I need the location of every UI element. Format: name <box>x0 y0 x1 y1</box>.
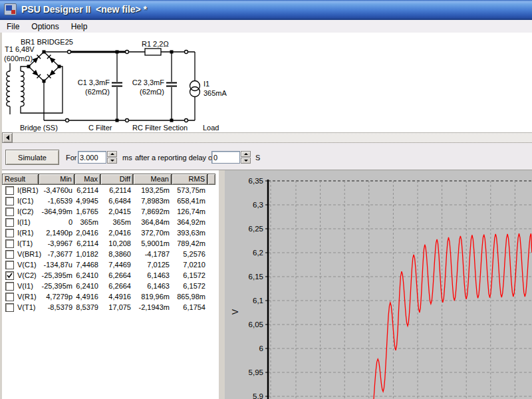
result-name: I(T1) <box>17 239 33 247</box>
result-value: -364,99m <box>39 207 74 215</box>
y-tick-label: 5,9 <box>253 392 263 399</box>
result-value: 6,2114 <box>74 239 100 247</box>
result-value: 6,1463 <box>133 271 172 279</box>
result-checkbox[interactable] <box>5 261 14 269</box>
column-header-filler <box>207 174 215 185</box>
result-checkbox[interactable] <box>5 282 14 291</box>
for-label: For <box>66 154 77 162</box>
capacitor-c2-symbol[interactable] <box>166 52 177 120</box>
c2-label: C2 3,3mF <box>132 78 165 86</box>
result-checkbox[interactable] <box>5 207 14 216</box>
result-value: 573,75m <box>172 186 207 194</box>
section-label-cfilter: C Filter <box>88 124 112 132</box>
result-name: I(I1) <box>17 218 31 226</box>
result-checkbox[interactable] <box>5 218 14 227</box>
delay-spin-up[interactable] <box>241 151 251 157</box>
result-checkbox[interactable] <box>5 197 14 205</box>
result-value: 6,2410 <box>74 271 100 279</box>
y-tick-label: 6,3 <box>253 201 263 209</box>
y-tick-label: 6,25 <box>249 225 263 233</box>
result-value: 6,1572 <box>172 271 207 279</box>
result-value: 4,9945 <box>74 197 100 205</box>
result-checkbox[interactable] <box>5 271 14 280</box>
c1-impedance-label: (62mΩ) <box>85 88 110 96</box>
result-value: 2,1490p <box>39 229 74 237</box>
delay-spin-down[interactable] <box>241 158 251 164</box>
simulate-toolbar: Simulate For ms after a reporting delay … <box>2 143 532 170</box>
menu-help[interactable]: Help <box>65 21 94 32</box>
result-checkbox[interactable] <box>5 239 14 248</box>
result-value: 2,0415 <box>100 207 133 215</box>
y-tick-label: 6,15 <box>249 273 263 281</box>
result-value: 819,96m <box>133 293 172 301</box>
result-name: V(I1) <box>17 282 33 290</box>
y-tick-label: 6,2 <box>253 249 263 257</box>
result-value: -25,395m <box>39 271 74 279</box>
result-row: I(C1)-1,65394,99456,64847,8983m658,41m <box>2 196 219 206</box>
resistor-r1-symbol[interactable] <box>145 49 161 55</box>
column-header-diff[interactable]: Diff <box>100 174 133 185</box>
waveform-plot[interactable]: 6,356,36,256,26,156,16,0565,955,9 <box>225 170 532 399</box>
duration-input[interactable] <box>78 151 106 164</box>
result-value: -25,395m <box>39 282 74 290</box>
result-value: 7,8692m <box>133 207 172 215</box>
result-name: V(C2) <box>17 271 37 279</box>
column-header-max[interactable]: Max <box>74 174 100 185</box>
result-name: I(BR1) <box>17 186 39 194</box>
result-value: 10,208 <box>100 239 133 247</box>
result-value: -8,5379 <box>39 303 74 311</box>
schematic-drawing: BR1 BRIDGE25 T1 6,48V (600mΩ) R1 2,2Ω C1… <box>2 33 532 132</box>
result-value: 6,1463 <box>133 282 172 290</box>
result-checkbox[interactable] <box>5 229 14 237</box>
result-row: I(T1)-3,99676,211410,2085,9001m789,42m <box>2 238 219 249</box>
result-value: 7,4468 <box>74 261 100 269</box>
result-checkbox[interactable] <box>5 303 14 312</box>
waveform-trace-V(C2) <box>371 233 532 399</box>
c1-label: C1 3,3mF <box>78 78 110 86</box>
schematic-canvas[interactable]: BR1 BRIDGE25 T1 6,48V (600mΩ) R1 2,2Ω C1… <box>2 33 532 132</box>
result-value: 372,70m <box>133 229 172 237</box>
duration-spin-down[interactable] <box>107 158 117 164</box>
result-value: 7,8983m <box>133 197 172 205</box>
result-name: V(BR1) <box>17 250 41 258</box>
column-header-mean[interactable]: Mean <box>133 174 172 185</box>
duration-spin-up[interactable] <box>107 151 117 157</box>
result-value: 365m <box>100 218 133 226</box>
result-value: 364,92m <box>172 218 207 226</box>
capacitor-c1-symbol[interactable] <box>112 52 122 120</box>
scrollbar-track[interactable] <box>13 132 532 143</box>
waveform-chart-panel: V 6,356,36,256,26,156,16,0565,955,9 <box>225 170 532 399</box>
down-arrow-icon <box>244 160 248 162</box>
results-header-row: ResultMinMaxDiffMeanRMS <box>2 174 219 185</box>
simulate-button[interactable]: Simulate <box>5 150 59 165</box>
psu-designer-window: PSU Designer II <new file> * File Option… <box>0 0 532 399</box>
result-name: I(R1) <box>17 229 33 237</box>
result-value: 6,1572 <box>172 282 207 290</box>
column-header-rms[interactable]: RMS <box>172 174 207 185</box>
transformer-ref-label: T1 6,48V <box>5 45 35 53</box>
y-axis-label: V <box>231 309 240 315</box>
menu-options[interactable]: Options <box>25 21 65 32</box>
result-value: 4,4916 <box>100 293 133 301</box>
delay-input[interactable] <box>211 151 240 164</box>
column-header-min[interactable]: Min <box>39 174 74 185</box>
result-checkbox[interactable] <box>5 293 14 301</box>
column-header-result[interactable]: Result <box>2 174 39 185</box>
scroll-left-button[interactable] <box>2 132 13 143</box>
result-value: 365m <box>74 218 100 226</box>
result-value: 17,075 <box>100 303 133 311</box>
section-label-bridge: Bridge (SS) <box>20 124 58 132</box>
delay-prefix-label: after a reporting delay of <box>135 154 214 162</box>
panel-divider[interactable] <box>219 170 225 399</box>
down-arrow-icon <box>110 160 114 162</box>
wire-bottom-rail <box>44 81 195 120</box>
menu-file[interactable]: File <box>1 21 25 32</box>
result-value: 6,2664 <box>100 282 133 290</box>
result-checkbox[interactable] <box>5 186 14 195</box>
window-title: PSU Designer II <new file> * <box>21 4 147 15</box>
y-tick-label: 6 <box>259 344 263 352</box>
result-checkbox[interactable] <box>5 250 14 259</box>
current-source-i1-symbol[interactable] <box>190 81 200 97</box>
y-tick-label: 6,1 <box>253 297 263 305</box>
result-value: 7,4469 <box>100 261 133 269</box>
